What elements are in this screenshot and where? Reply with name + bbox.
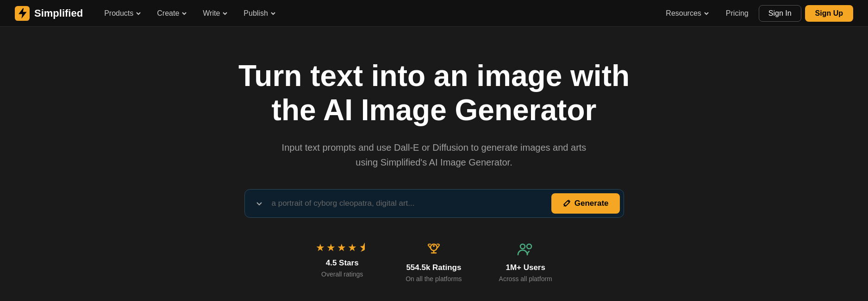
- nav-pricing[interactable]: Pricing: [719, 6, 755, 21]
- logo[interactable]: Simplified: [15, 6, 83, 21]
- users-icon: [517, 242, 534, 258]
- hero-section: Turn text into an image with the AI Imag…: [0, 27, 868, 301]
- star-rating: ★ ★ ★ ★ ⯨: [316, 242, 368, 254]
- stars-value: 4.5 Stars: [326, 258, 359, 268]
- stat-stars: ★ ★ ★ ★ ⯨ 4.5 Stars Overall ratings: [316, 242, 368, 278]
- navbar: Simplified Products Create Write Publish…: [0, 0, 868, 27]
- chevron-down-icon: [270, 11, 276, 16]
- stat-users: 1M+ Users Across all platform: [499, 242, 552, 283]
- stars-label: Overall ratings: [321, 270, 363, 278]
- prompt-input-box: Generate: [244, 189, 624, 218]
- brand-name: Simplified: [34, 7, 83, 19]
- nav-items: Products Create Write Publish: [98, 6, 282, 21]
- nav-right: Resources Pricing Sign In Sign Up: [659, 5, 853, 22]
- svg-point-6: [527, 244, 531, 249]
- hero-title: Turn text into an image with the AI Imag…: [226, 59, 643, 127]
- nav-write[interactable]: Write: [196, 6, 234, 21]
- trophy-icon: [426, 242, 441, 258]
- nav-products[interactable]: Products: [98, 6, 148, 21]
- star-4: ★: [348, 242, 357, 254]
- chevron-down-icon: [136, 11, 141, 16]
- nav-create[interactable]: Create: [150, 6, 194, 21]
- logo-icon: [15, 6, 30, 21]
- star-2: ★: [326, 242, 336, 254]
- ratings-value: 554.5k Ratings: [406, 263, 461, 272]
- ratings-label: On all the platforms: [406, 275, 462, 283]
- users-label: Across all platform: [499, 275, 552, 283]
- chevron-down-icon: [256, 200, 262, 207]
- stat-ratings: 554.5k Ratings On all the platforms: [406, 242, 462, 283]
- chevron-down-icon: [704, 11, 709, 16]
- signin-button[interactable]: Sign In: [759, 5, 801, 22]
- star-1: ★: [316, 242, 325, 254]
- stats-row: ★ ★ ★ ★ ⯨ 4.5 Stars Overall ratings: [316, 242, 552, 283]
- chevron-down-icon: [222, 11, 228, 16]
- signup-button[interactable]: Sign Up: [805, 5, 853, 22]
- users-value: 1M+ Users: [506, 263, 545, 272]
- model-dropdown-button[interactable]: [252, 198, 266, 209]
- nav-publish[interactable]: Publish: [237, 6, 282, 21]
- svg-point-5: [520, 244, 525, 249]
- prompt-input[interactable]: [268, 197, 551, 210]
- svg-point-4: [433, 245, 435, 247]
- hero-subtitle: Input text prompts and use Dall-E or Dif…: [277, 140, 592, 170]
- star-3: ★: [337, 242, 346, 254]
- generate-button[interactable]: Generate: [551, 193, 620, 214]
- wand-icon: [562, 199, 571, 208]
- chevron-down-icon: [181, 11, 187, 16]
- nav-resources[interactable]: Resources: [659, 6, 715, 21]
- star-half: ⯨: [358, 242, 368, 254]
